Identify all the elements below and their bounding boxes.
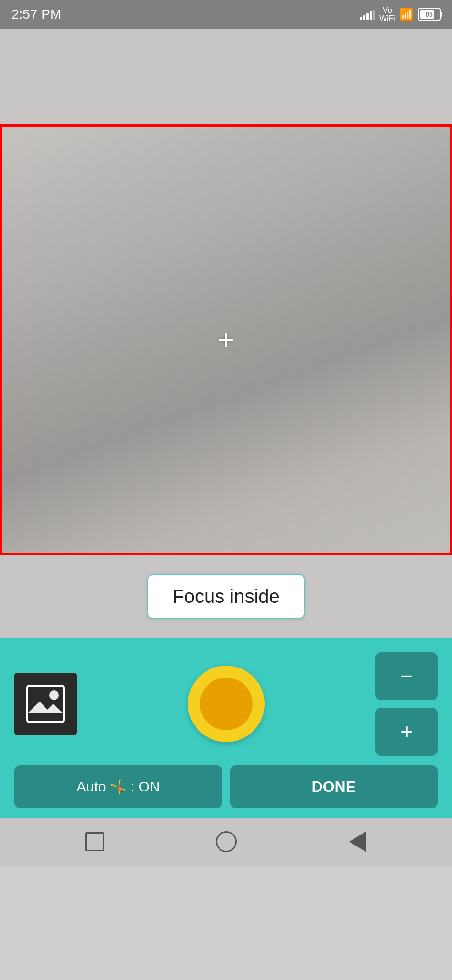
top-gray-area <box>0 29 452 124</box>
zoom-controls: − + <box>375 652 438 756</box>
recent-apps-icon <box>85 832 104 851</box>
auto-status: : ON <box>131 779 160 795</box>
zoom-plus-button[interactable]: + <box>375 708 438 756</box>
gallery-thumbnail[interactable] <box>14 673 77 735</box>
back-icon <box>349 831 366 852</box>
svg-rect-0 <box>27 686 64 722</box>
status-icons: Vo WiFi 📶 85 <box>360 6 441 22</box>
focus-inside-tooltip[interactable]: Focus inside <box>147 574 305 619</box>
done-button[interactable]: DONE <box>230 765 438 808</box>
shutter-inner <box>200 678 253 730</box>
recent-apps-button[interactable] <box>83 830 107 854</box>
gallery-icon <box>26 685 65 723</box>
auto-label: Auto <box>77 779 106 795</box>
vowifi-icon: Vo WiFi <box>379 6 396 22</box>
home-button[interactable] <box>214 830 238 854</box>
home-icon <box>216 831 237 852</box>
toolbar: − + Auto 🤸 : ON DONE <box>0 638 452 818</box>
svg-marker-1 <box>27 702 64 713</box>
zoom-minus-button[interactable]: − <box>375 652 438 700</box>
camera-viewfinder[interactable]: + <box>0 124 452 555</box>
signal-icon <box>360 9 375 20</box>
back-button[interactable] <box>346 830 370 854</box>
auto-focus-button[interactable]: Auto 🤸 : ON <box>14 765 222 808</box>
mid-area: Focus inside <box>0 555 452 638</box>
status-time: 2:57 PM <box>11 7 61 22</box>
wifi-icon: 📶 <box>399 8 414 21</box>
shutter-button[interactable] <box>188 666 265 742</box>
nav-bar <box>0 818 452 866</box>
svg-point-2 <box>49 690 59 700</box>
toolbar-row-secondary: Auto 🤸 : ON DONE <box>14 765 438 808</box>
status-bar: 2:57 PM Vo WiFi 📶 85 <box>0 0 452 29</box>
crosshair-icon: + <box>218 325 234 354</box>
toolbar-row-main: − + <box>14 652 438 756</box>
battery-icon: 85 <box>418 8 441 21</box>
auto-person-icon: 🤸 <box>110 779 127 795</box>
focus-inside-label: Focus inside <box>172 586 280 607</box>
